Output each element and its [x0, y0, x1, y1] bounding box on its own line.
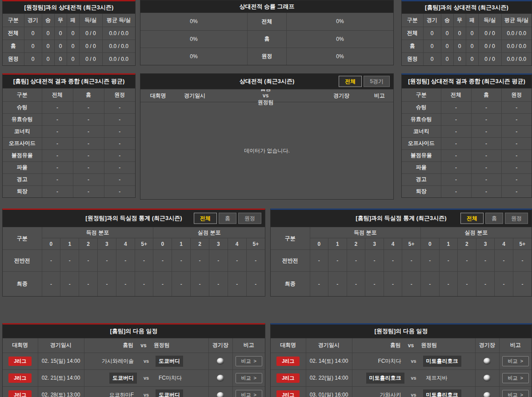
group-header: 득점 분포: [42, 227, 153, 238]
league-badge: J리그: [276, 357, 300, 366]
col-header: 원정팀: [421, 341, 437, 349]
stat-value: -: [501, 185, 532, 197]
tab-all[interactable]: 전체: [194, 213, 217, 224]
stat-value: -: [471, 185, 501, 197]
col-header: 평균 득/실: [102, 14, 135, 27]
stat-value: 0: [42, 27, 54, 40]
stat-value: -: [441, 125, 471, 137]
tab-home[interactable]: 홈: [485, 213, 503, 224]
stadium-icon[interactable]: [217, 375, 224, 381]
stat-value: -: [104, 173, 135, 185]
tab-group: 전체 홈 원정: [459, 213, 528, 224]
stadium-cell: [475, 386, 499, 397]
compare-button[interactable]: 비교>: [236, 356, 262, 366]
stat-value: -: [471, 137, 501, 149]
tab-home[interactable]: 홈: [219, 213, 236, 224]
col-header: 4: [228, 238, 246, 250]
note-cell: 비교>: [499, 353, 532, 369]
note-cell: 비교>: [499, 369, 532, 386]
stat-value: 0: [441, 52, 453, 65]
stat-value: -: [471, 161, 501, 173]
row-label: 슈팅: [402, 101, 441, 113]
stat-value: 0: [42, 40, 54, 52]
stat-value: -: [513, 250, 532, 272]
goals-vs-away-table: 구분 득점 분포 실점 분포 0 1 2 3 4 5+ 0 1 2 3 4 5+…: [3, 227, 265, 296]
compare-button[interactable]: 비교>: [236, 373, 262, 383]
row-label: 원정: [402, 52, 423, 65]
stat-value: -: [471, 173, 501, 185]
graph-left-value: 0%: [140, 48, 248, 65]
row-label: 최종: [3, 272, 42, 297]
stat-value: -: [73, 113, 104, 125]
compare-label: 비교: [241, 392, 251, 397]
col-header: 3: [97, 238, 116, 250]
vs-label: vs: [137, 375, 156, 381]
match-datetime: 02. 22(일) 14:00: [306, 369, 352, 386]
stadium-icon[interactable]: [484, 392, 491, 397]
vs-label: vs: [404, 358, 423, 364]
winrate-graph-panel: 상대전적 승률 그래프 0% 전체 0% 0% 홈 0% 0% 원정 0%: [140, 0, 394, 65]
stat-value: 0: [24, 52, 42, 65]
row-label: 파울: [402, 161, 441, 173]
row-label: 유효슈팅: [3, 113, 42, 125]
stadium-icon[interactable]: [217, 392, 224, 397]
panel-title: [원정팀] 상대전적 결과 종합 (최근3시즌 평균): [402, 75, 532, 88]
tab-all[interactable]: 전체: [339, 76, 362, 87]
col-header: 0: [42, 238, 60, 250]
stadium-icon[interactable]: [484, 375, 491, 381]
stat-value: -: [209, 272, 228, 297]
home-summary-panel: [홈팀] 상대전적 결과 종합 (최근3시즌 평균) 구분 전체 홈 원정 슈팅…: [2, 73, 136, 198]
panel-title-text: [홈팀]과의 득실점 통계 (최근3시즌): [356, 214, 446, 222]
stat-value: -: [42, 137, 73, 149]
compare-button[interactable]: 비교>: [502, 373, 529, 383]
stat-value: 0: [54, 27, 67, 40]
stat-value: -: [328, 272, 347, 297]
stat-value: -: [441, 161, 471, 173]
group-header: 실점 분포: [420, 227, 532, 238]
col-header: 구분: [271, 227, 310, 250]
tab-away[interactable]: 원정: [505, 213, 528, 224]
compare-button[interactable]: 비교>: [236, 390, 262, 397]
compare-button[interactable]: 비교>: [502, 356, 529, 366]
league-cell: J리그: [3, 369, 38, 386]
col-header: 경기일시: [306, 338, 352, 353]
col-header: 패: [67, 14, 79, 27]
stat-value: -: [104, 125, 135, 137]
row-label: 볼점유율: [402, 149, 441, 161]
stat-value: -: [42, 161, 73, 173]
stadium-icon[interactable]: [484, 358, 491, 364]
league-badge: J리그: [8, 390, 32, 397]
tab-group: 전체 5경기: [337, 76, 390, 87]
note-cell: 비교>: [499, 386, 532, 397]
col-header: 경기장: [317, 92, 365, 100]
row-label: 전체: [402, 27, 423, 40]
col-header: 무: [453, 14, 466, 27]
top-row: [원정팀]과의 상대전적 (최근3시즌) 구분 경기 승 무 패 득/실 평균 …: [2, 0, 532, 66]
tab-all[interactable]: 전체: [460, 213, 484, 224]
col-header: 1: [60, 238, 79, 250]
col-header: 홈팀: [123, 341, 133, 349]
home-schedule-panel: [홈팀]의 다음 일정 대회명 경기일시 홈팀vs원정팀 경기장 비고 J리그 …: [2, 323, 265, 397]
match-row: J리그 02. 21(토) 14:00 도쿄버디vsFC마치다 비교>: [3, 369, 265, 386]
panel-title-text: [홈팀] 상대전적 결과 종합 (최근3시즌 평균): [13, 77, 125, 85]
away-team: 도쿄버디: [156, 389, 183, 397]
col-header: 1: [439, 238, 458, 250]
col-header: 무: [54, 14, 67, 27]
stat-value: -: [135, 272, 153, 297]
col-header: 원정: [501, 88, 532, 101]
match-row: J리그 02. 28(토) 13:00 요코하마Fvs도쿄버디 비교>: [3, 386, 265, 397]
compare-button[interactable]: 비교>: [502, 390, 529, 397]
panel-title-text: 상대전적 (최근3시즌): [240, 77, 295, 85]
stat-value: -: [191, 250, 209, 272]
stat-value: -: [439, 250, 458, 272]
graph-left-value: 0%: [140, 13, 248, 30]
stat-value: -: [42, 185, 73, 197]
away-summary-table: 구분 전체 홈 원정 슈팅--- 유효슈팅--- 코너킥--- 오프사이드---…: [402, 88, 532, 197]
note-cell: 비교>: [232, 369, 265, 386]
stadium-icon[interactable]: [217, 358, 224, 364]
stat-value: 0: [453, 52, 466, 65]
tab-away[interactable]: 원정: [238, 213, 261, 224]
row-label: 유효슈팅: [402, 113, 441, 125]
tab-5games[interactable]: 5경기: [364, 76, 390, 87]
stat-value: -: [501, 149, 532, 161]
